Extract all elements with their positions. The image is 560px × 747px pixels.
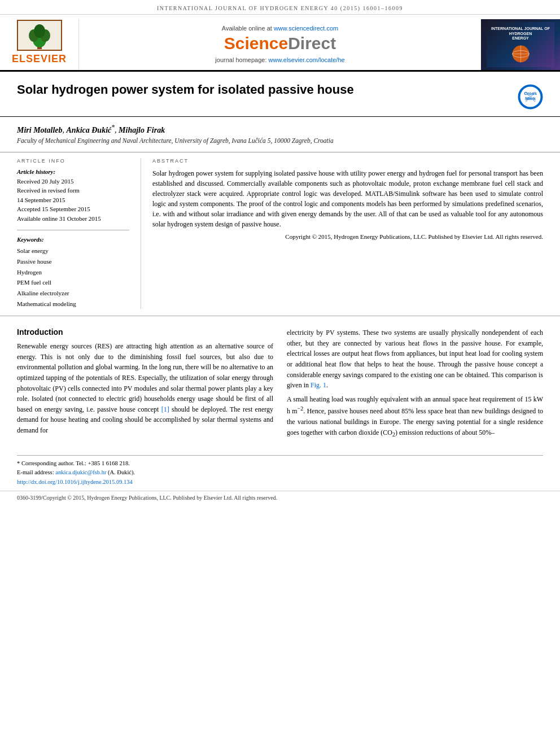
abstract-text: Solar hydrogen power system for supplyin…	[152, 168, 543, 229]
journal-homepage-url[interactable]: www.elsevier.com/locate/he	[269, 56, 345, 63]
author-firak: Mihajlo Firak	[119, 126, 165, 134]
accepted: Accepted 15 September 2015	[17, 204, 129, 214]
svg-text:Cross: Cross	[524, 91, 537, 96]
divider	[17, 230, 129, 230]
page-footer: 0360-3199/Copyright © 2015, Hydrogen Ene…	[0, 491, 560, 504]
available-online-text: Available online at www.sciencedirect.co…	[222, 25, 338, 32]
abstract-copyright: Copyright © 2015, Hydrogen Energy Public…	[152, 233, 543, 241]
elsevier-logo-area: ELSEVIER	[0, 19, 79, 70]
journal-homepage-text: journal homepage: www.elsevier.com/locat…	[215, 56, 344, 63]
issn-copyright: 0360-3199/Copyright © 2015, Hydrogen Ene…	[17, 495, 277, 501]
top-header: ELSEVIER Available online at www.science…	[0, 15, 560, 72]
journal-cover-area: International Journal ofHYDROGENENERGY	[481, 19, 560, 70]
journal-header-bar: INTERNATIONAL JOURNAL OF HYDROGEN ENERGY…	[0, 0, 560, 15]
keyword-alkaline-electrolyzer: Alkaline electrolyzer	[17, 288, 129, 299]
cover-globe-icon	[511, 44, 531, 64]
sciencedirect-logo: ScienceDirect	[224, 34, 336, 53]
elsevier-tree-icon	[17, 20, 62, 51]
elsevier-logo: ELSEVIER	[12, 20, 67, 65]
svg-point-5	[34, 24, 45, 38]
ref-link-fig1[interactable]: Fig. 1	[310, 381, 326, 389]
email-line: E-mail address: ankica.djukic@fsb.hr (A.…	[17, 468, 543, 478]
footnote-divider	[17, 455, 543, 456]
intro-paragraph1: Renewable energy sources (RES) are attra…	[17, 341, 273, 435]
affiliation-line: Faculty of Mechanical Engineering and Na…	[17, 137, 543, 144]
intro-paragraph2: electricity by PV systems. These two sys…	[287, 327, 543, 391]
keyword-passive-house: Passive house	[17, 256, 129, 267]
crossmark-icon: Cross Mark	[518, 84, 543, 110]
available-online-date: Available online 31 October 2015	[17, 214, 129, 224]
keyword-hydrogen: Hydrogen	[17, 267, 129, 278]
email-link[interactable]: ankica.djukic@fsb.hr	[55, 469, 106, 475]
sciencedirect-url[interactable]: www.sciencedirect.com	[274, 25, 338, 32]
article-history: Article history: Received 20 July 2015 R…	[17, 168, 129, 224]
body-two-col: Introduction Renewable energy sources (R…	[17, 327, 543, 442]
keyword-mathematical-modeling: Mathematical modeling	[17, 299, 129, 309]
received2: 14 September 2015	[17, 195, 129, 205]
email-label: E-mail address:	[17, 469, 54, 475]
article-info-abstract-section: ARTICLE INFO Article history: Received 2…	[0, 152, 560, 309]
keyword-pem-fuel-cell: PEM fuel cell	[17, 277, 129, 288]
doi-line: http://dx.doi.org/10.1016/j.ijhydene.201…	[17, 478, 543, 487]
keywords-list: Solar energy Passive house Hydrogen PEM …	[17, 246, 129, 309]
journal-cover-mini: International Journal ofHYDROGENENERGY	[487, 22, 554, 67]
abstract-heading: ABSTRACT	[152, 158, 543, 164]
corresponding-author: * Corresponding author. Tel.: +385 1 616…	[17, 459, 543, 469]
authors-section: Miri Motalleb, Ankica Đukić*, Mihajlo Fi…	[0, 117, 560, 147]
article-title-section: Solar hydrogen power system for isolated…	[0, 72, 560, 117]
corresponding-label: * Corresponding author. Tel.: +385 1 616…	[17, 460, 130, 466]
body-right: electricity by PV systems. These two sys…	[287, 327, 543, 442]
author-dukic: Ankica Đukić	[67, 126, 112, 134]
left-col-article-info: ARTICLE INFO Article history: Received 2…	[17, 158, 141, 309]
footnote-area: * Corresponding author. Tel.: +385 1 616…	[0, 459, 560, 491]
doi-link[interactable]: http://dx.doi.org/10.1016/j.ijhydene.201…	[17, 479, 133, 485]
journal-title: INTERNATIONAL JOURNAL OF HYDROGEN ENERGY…	[157, 5, 403, 11]
intro-paragraph3: A small heating load was roughly equival…	[287, 394, 543, 439]
history-label: Article history:	[17, 168, 129, 175]
email-suffix: (A. Đukić).	[108, 469, 135, 475]
introduction-heading: Introduction	[17, 327, 273, 337]
right-col-abstract: ABSTRACT Solar hydrogen power system for…	[141, 158, 543, 309]
crossmark-badge: Cross Mark	[518, 82, 543, 112]
received1: Received 20 July 2015	[17, 177, 129, 186]
keyword-solar-energy: Solar energy	[17, 246, 129, 256]
ref-link-1[interactable]: [1]	[161, 405, 169, 413]
article-info-heading: ARTICLE INFO	[17, 158, 129, 164]
received-revised-label: Received in revised form	[17, 186, 129, 195]
article-title: Solar hydrogen power system for isolated…	[17, 82, 518, 98]
center-header: Available online at www.sciencedirect.co…	[79, 19, 481, 70]
body-left: Introduction Renewable energy sources (R…	[17, 327, 273, 442]
author-motalleb: Miri Motalleb	[17, 126, 63, 134]
main-body: Introduction Renewable energy sources (R…	[0, 316, 560, 448]
cover-title: International Journal ofHYDROGENENERGY	[489, 25, 552, 42]
keywords-label: Keywords:	[17, 236, 129, 243]
authors-line: Miri Motalleb, Ankica Đukić*, Mihajlo Fi…	[17, 124, 543, 135]
elsevier-wordmark: ELSEVIER	[12, 53, 67, 65]
